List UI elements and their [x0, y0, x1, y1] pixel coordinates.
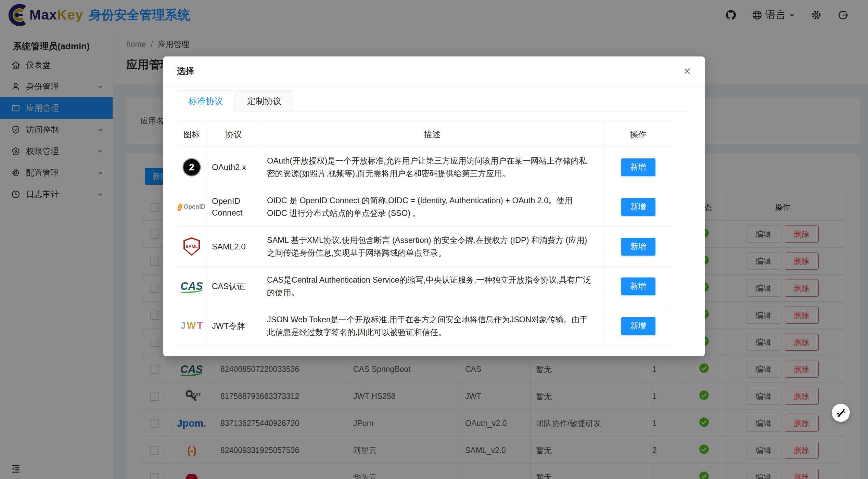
- add-protocol-button[interactable]: 新增: [621, 198, 655, 216]
- protocol-row: SAMLSAML2.0SAML 基于XML协议,使用包含断言 (Assertio…: [177, 227, 673, 267]
- protocol-description: SAML 基于XML协议,使用包含断言 (Assertion) 的安全令牌,在授…: [261, 227, 603, 267]
- openid-logo-icon: OpenID: [178, 203, 205, 211]
- column-header-protocol: 协议: [206, 122, 261, 147]
- tab-standard-protocol[interactable]: 标准协议: [177, 90, 234, 112]
- protocol-row: CASCAS认证CAS是Central Authentication Servi…: [177, 267, 673, 306]
- protocol-row: JWTJWT令牌JSON Web Token是一个开放标准,用于在各方之间安全地…: [177, 306, 673, 346]
- column-header-actions: 操作: [603, 122, 673, 147]
- tab-custom-protocol[interactable]: 定制协议: [235, 90, 293, 112]
- cas-logo-icon: CAS: [180, 281, 203, 292]
- magic-wand-button[interactable]: [832, 404, 850, 422]
- add-protocol-button[interactable]: 新增: [621, 238, 655, 256]
- modal-title: 选择: [177, 65, 194, 77]
- protocol-description: OIDC 是 OpenID Connect 的简称,OIDC = (Identi…: [261, 187, 603, 227]
- select-protocol-modal: 选择 标准协议定制协议 图标 协议 描述 操作 2OAuth2.xOAuth(开…: [163, 56, 705, 356]
- protocol-table: 图标 协议 描述 操作 2OAuth2.xOAuth(开放授权)是一个开放标准,…: [177, 121, 673, 346]
- add-protocol-button[interactable]: 新增: [621, 277, 655, 295]
- jwt-logo-icon: JWT: [180, 321, 203, 331]
- protocol-name: OAuth2.x: [206, 147, 261, 187]
- protocol-table-header-row: 图标 协议 描述 操作: [177, 122, 673, 147]
- protocol-row: OpenIDOpenID ConnectOIDC 是 OpenID Connec…: [177, 187, 673, 227]
- magic-wand-icon: [835, 407, 846, 418]
- column-header-icon: 图标: [177, 122, 206, 147]
- oauth2-logo-icon: 2: [182, 158, 201, 177]
- modal-header: 选择: [163, 56, 705, 86]
- protocol-description: OAuth(开放授权)是一个开放标准,允许用户让第三方应用访问该用户在某一网站上…: [261, 147, 603, 187]
- protocol-name: CAS认证: [206, 267, 261, 306]
- add-protocol-button[interactable]: 新增: [621, 158, 655, 176]
- protocol-name: OpenID Connect: [206, 187, 261, 227]
- protocol-name: SAML2.0: [206, 227, 261, 267]
- protocol-description: JSON Web Token是一个开放标准,用于在各方之间安全地将信息作为JSO…: [261, 306, 603, 346]
- protocol-description: CAS是Central Authentication Service的缩写,中央…: [261, 267, 603, 306]
- add-protocol-button[interactable]: 新增: [621, 317, 655, 335]
- protocol-name: JWT令牌: [206, 306, 261, 346]
- modal-body: 标准协议定制协议 图标 协议 描述 操作 2OAuth2.xOAuth(开放授权…: [163, 86, 705, 346]
- protocol-row: 2OAuth2.xOAuth(开放授权)是一个开放标准,允许用户让第三方应用访问…: [177, 147, 673, 187]
- column-header-description: 描述: [261, 122, 603, 147]
- saml-logo-icon: SAML: [183, 237, 200, 256]
- protocol-tabs: 标准协议定制协议: [177, 90, 691, 112]
- close-icon[interactable]: [683, 67, 692, 76]
